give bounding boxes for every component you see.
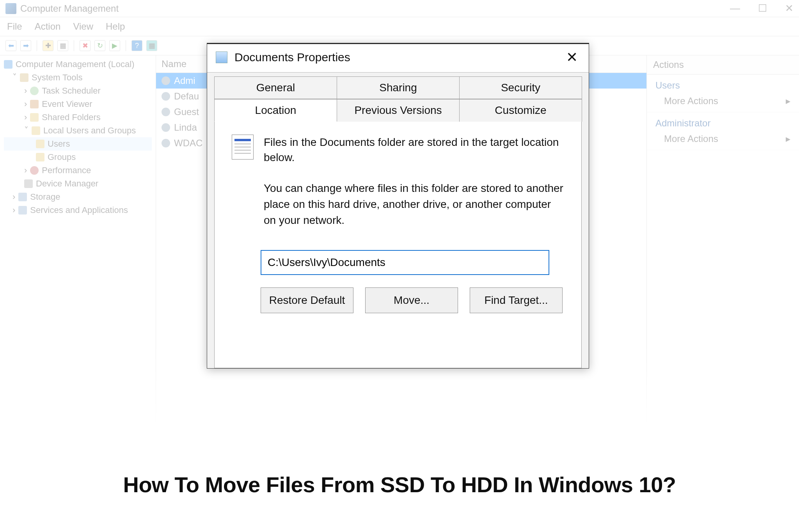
actions-pane: Actions Users More Actions▸ Administrato… bbox=[647, 55, 799, 434]
tab-sharing[interactable]: Sharing bbox=[337, 76, 460, 99]
actions-header: Actions bbox=[647, 55, 799, 74]
toolbar-separator bbox=[37, 40, 37, 51]
maximize-button[interactable]: ☐ bbox=[758, 2, 767, 14]
location-description-2: You can change where files in this folde… bbox=[232, 181, 564, 228]
export-icon[interactable]: ▶ bbox=[109, 40, 120, 51]
actions-group-users[interactable]: Users bbox=[655, 80, 790, 91]
tree-shared-folders[interactable]: › Shared Folders bbox=[4, 111, 152, 124]
properties-icon bbox=[216, 51, 227, 63]
user-icon bbox=[162, 108, 170, 116]
tree-device-manager[interactable]: Device Manager bbox=[4, 177, 152, 190]
user-icon bbox=[162, 139, 170, 147]
chevron-right-icon: ▸ bbox=[786, 96, 790, 106]
chevron-right-icon: ▸ bbox=[786, 133, 790, 144]
more-actions-link[interactable]: More Actions▸ bbox=[655, 91, 790, 106]
close-icon[interactable]: ✕ bbox=[564, 50, 580, 64]
tree-event-viewer[interactable]: › Event Viewer bbox=[4, 98, 152, 111]
tree-groups[interactable]: Groups bbox=[4, 151, 152, 164]
find-target-button[interactable]: Find Target... bbox=[470, 287, 563, 313]
toolbar-extra-icon[interactable]: ▦ bbox=[146, 40, 157, 51]
delete-icon[interactable]: ✖ bbox=[80, 40, 91, 51]
tree-local-users[interactable]: ˅ Local Users and Groups bbox=[4, 124, 152, 137]
user-icon bbox=[162, 123, 170, 132]
toolbar-separator bbox=[126, 40, 126, 51]
tree-root[interactable]: Computer Management (Local) bbox=[4, 58, 152, 71]
tree-storage[interactable]: › Storage bbox=[4, 190, 152, 204]
user-icon bbox=[162, 92, 170, 101]
properties-icon[interactable]: ▦ bbox=[57, 40, 68, 51]
documents-properties-dialog: Documents Properties ✕ General Sharing S… bbox=[207, 43, 589, 369]
dialog-title: Documents Properties bbox=[234, 51, 350, 64]
tree-system-tools[interactable]: ˅ System Tools bbox=[4, 71, 152, 84]
toolbar-separator bbox=[74, 40, 74, 51]
menu-view[interactable]: View bbox=[73, 21, 93, 32]
article-headline: How To Move Files From SSD To HDD In Win… bbox=[0, 472, 799, 497]
navigation-tree: Computer Management (Local) ˅ System Too… bbox=[0, 55, 156, 434]
dialog-tabs: General Sharing Security Location Previo… bbox=[207, 72, 589, 368]
tab-general[interactable]: General bbox=[214, 76, 337, 99]
refresh-icon[interactable]: ↻ bbox=[94, 40, 105, 51]
more-actions-link[interactable]: More Actions▸ bbox=[655, 129, 790, 144]
menu-action[interactable]: Action bbox=[35, 21, 61, 32]
tree-users[interactable]: Users bbox=[4, 137, 152, 151]
tab-location[interactable]: Location bbox=[214, 99, 337, 122]
tree-services-apps[interactable]: › Services and Applications bbox=[4, 204, 152, 217]
close-button[interactable]: ✕ bbox=[785, 2, 794, 14]
forward-icon[interactable]: ➡ bbox=[20, 40, 31, 51]
location-description-1: Files in the Documents folder are stored… bbox=[264, 135, 564, 165]
menu-help[interactable]: Help bbox=[106, 21, 125, 32]
tab-panel-location: Files in the Documents folder are stored… bbox=[214, 121, 582, 368]
window-titlebar: Computer Management — ☐ ✕ bbox=[0, 0, 799, 17]
tab-customize[interactable]: Customize bbox=[459, 99, 582, 122]
new-icon[interactable]: ✚ bbox=[43, 40, 53, 51]
tree-task-scheduler[interactable]: › Task Scheduler bbox=[4, 84, 152, 98]
user-icon bbox=[162, 76, 170, 85]
tab-previous-versions[interactable]: Previous Versions bbox=[337, 99, 460, 122]
minimize-button[interactable]: — bbox=[730, 2, 740, 14]
back-icon[interactable]: ⬅ bbox=[5, 40, 16, 51]
document-icon bbox=[232, 135, 254, 160]
help-icon[interactable]: ? bbox=[131, 40, 142, 51]
tree-performance[interactable]: › Performance bbox=[4, 164, 152, 177]
move-button[interactable]: Move... bbox=[365, 287, 458, 313]
restore-default-button[interactable]: Restore Default bbox=[261, 287, 353, 313]
dialog-titlebar: Documents Properties ✕ bbox=[207, 44, 589, 72]
menu-file[interactable]: File bbox=[7, 21, 22, 32]
actions-group-administrator[interactable]: Administrator bbox=[655, 118, 790, 129]
location-path-input[interactable] bbox=[261, 250, 549, 275]
tab-security[interactable]: Security bbox=[459, 76, 582, 99]
menubar: File Action View Help bbox=[0, 17, 799, 36]
window-title: Computer Management bbox=[20, 3, 119, 14]
computer-management-icon bbox=[5, 3, 16, 14]
